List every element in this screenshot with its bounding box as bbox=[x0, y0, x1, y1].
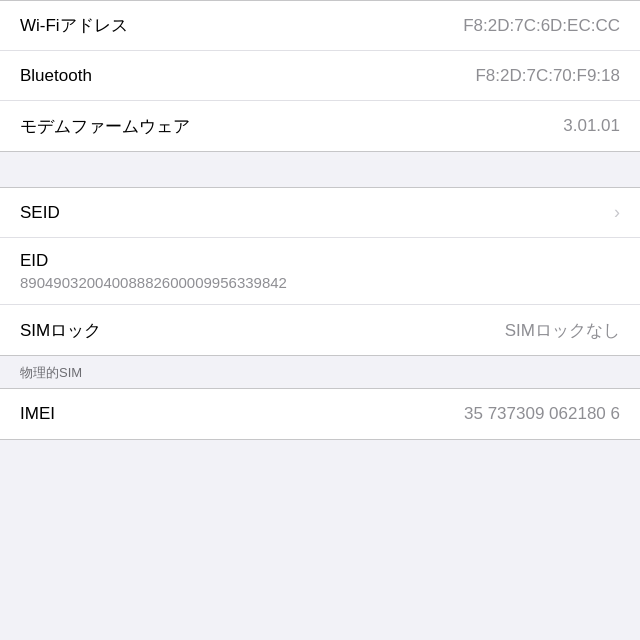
seid-label: SEID bbox=[20, 203, 60, 223]
simlock-row: SIMロック SIMロックなし bbox=[0, 305, 640, 355]
bluetooth-row: Bluetooth F8:2D:7C:70:F9:18 bbox=[0, 51, 640, 101]
wifi-value: F8:2D:7C:6D:EC:CC bbox=[463, 16, 620, 36]
wifi-row: Wi-Fiアドレス F8:2D:7C:6D:EC:CC bbox=[0, 1, 640, 51]
wifi-label: Wi-Fiアドレス bbox=[20, 14, 128, 37]
modem-row: モデムファームウェア 3.01.01 bbox=[0, 101, 640, 151]
eid-value: 89049032004008882600009956339842 bbox=[20, 274, 287, 291]
physical-sim-header: 物理的SIM bbox=[0, 356, 640, 388]
chevron-icon: › bbox=[614, 202, 620, 223]
settings-list: Wi-Fiアドレス F8:2D:7C:6D:EC:CC Bluetooth F8… bbox=[0, 0, 640, 440]
eid-label: EID bbox=[20, 251, 48, 271]
divider-1 bbox=[0, 152, 640, 187]
imei-row: IMEI 35 737309 062180 6 bbox=[0, 389, 640, 439]
simlock-value: SIMロックなし bbox=[505, 319, 620, 342]
top-info-section: Wi-Fiアドレス F8:2D:7C:6D:EC:CC Bluetooth F8… bbox=[0, 0, 640, 152]
seid-row[interactable]: SEID › bbox=[0, 188, 640, 238]
imei-label: IMEI bbox=[20, 404, 55, 424]
modem-label: モデムファームウェア bbox=[20, 115, 190, 138]
simlock-label: SIMロック bbox=[20, 319, 101, 342]
modem-value: 3.01.01 bbox=[563, 116, 620, 136]
imei-section: IMEI 35 737309 062180 6 bbox=[0, 388, 640, 440]
physical-sim-header-text: 物理的SIM bbox=[20, 365, 82, 380]
imei-value: 35 737309 062180 6 bbox=[464, 404, 620, 424]
eid-row: EID 89049032004008882600009956339842 bbox=[0, 238, 640, 305]
sim-info-section: SEID › EID 89049032004008882600009956339… bbox=[0, 187, 640, 356]
bluetooth-value: F8:2D:7C:70:F9:18 bbox=[475, 66, 620, 86]
bluetooth-label: Bluetooth bbox=[20, 66, 92, 86]
